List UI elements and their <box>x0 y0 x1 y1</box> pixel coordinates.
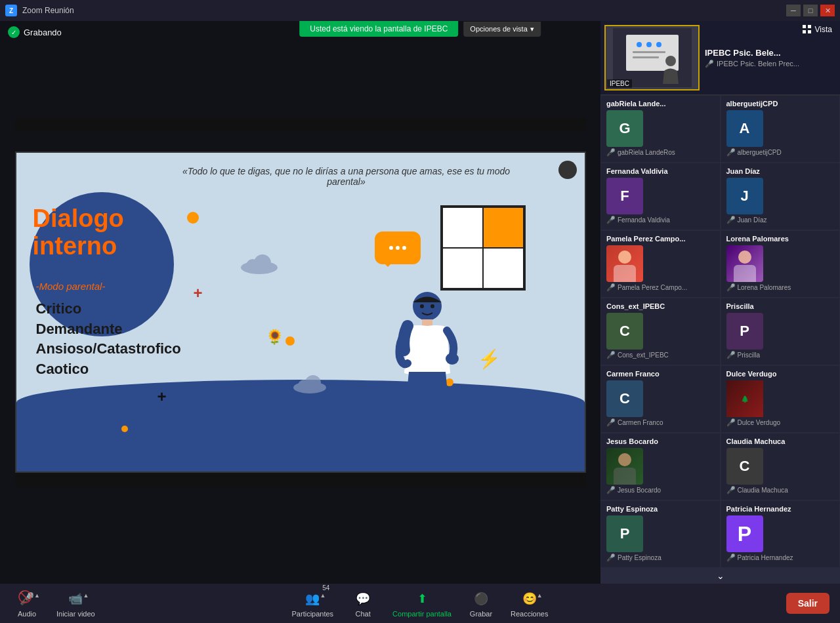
participant-name-pamela: Pamela Perez Campo... <box>606 235 715 243</box>
mic-icon: 🎤 <box>726 486 736 494</box>
chat-button[interactable]: 💬 Chat <box>346 590 379 618</box>
participant-avatar-lorena <box>726 245 763 282</box>
presenter-video: IPEBC <box>604 25 700 90</box>
speech-circle-decoration <box>558 161 577 179</box>
svg-point-4 <box>430 304 434 308</box>
close-button[interactable]: ✕ <box>820 5 835 16</box>
screen-share-notification: Usted está viendo la pantalla de IPEBC <box>299 21 458 37</box>
participant-name-juandiaz: Juan Díaz <box>726 167 835 175</box>
recording-badge: Grabando <box>8 26 62 38</box>
participant-card-patty: Patty EspinozaP🎤 Patty Espinoza <box>600 500 721 568</box>
mic-icon: 🎤 <box>726 216 736 224</box>
orange-dot-1 <box>187 212 199 224</box>
participants-count-badge: 54 <box>322 584 329 592</box>
participant-avatar-patty: P <box>606 515 643 552</box>
video-label: Iniciar video <box>56 610 95 618</box>
mic-icon: 🎤 <box>726 351 736 359</box>
participant-name-patricia: Patricia Hernandez <box>726 505 835 513</box>
participant-card-priscilla: PriscillaP🎤 Priscilla <box>721 298 841 365</box>
toolbar-right: Salir <box>786 593 830 614</box>
view-options-button[interactable]: Opciones de vista ▾ <box>463 22 540 37</box>
participant-card-claudia: Claudia MachucaC🎤 Claudia Machuca <box>721 433 841 500</box>
presenter-subname: 🎤 IPEBC Psic. Belen Prec... <box>705 60 836 68</box>
participant-card-gabriela: gabRiela Lande...G🎤 gabRiela LandeRos <box>600 95 721 163</box>
orange-dot-4 <box>121 426 128 432</box>
vista-button[interactable]: Vista <box>803 25 832 34</box>
mic-icon: 🎤 <box>726 418 736 427</box>
participant-avatar-jesus <box>606 448 643 485</box>
mic-icon: 🎤 <box>606 283 616 292</box>
mic-icon: 🎤 <box>606 351 616 359</box>
scroll-down-button[interactable]: ⌄ <box>600 568 840 584</box>
participant-name-dulce: Dulce Verdugo <box>726 370 835 378</box>
participant-avatar-gabriela: G <box>606 110 643 147</box>
svg-point-15 <box>656 42 662 47</box>
slide-list: Critico Demandante Ansioso/Catastrofico … <box>36 299 181 380</box>
mic-icon: 🎤 <box>726 283 736 292</box>
participant-avatar-patricia: P <box>726 515 763 552</box>
mic-icon: 🎤 <box>606 216 616 224</box>
salir-button[interactable]: Salir <box>786 593 830 614</box>
plus-sign-2: + <box>158 388 167 406</box>
recording-dot <box>8 26 20 38</box>
lightning-bolt: ⚡ <box>478 348 501 370</box>
slide-title: Dialogo interno <box>33 205 124 260</box>
participant-card-juandiaz: Juan DíazJ🎤 Juan Díaz <box>721 163 841 230</box>
share-screen-button[interactable]: ⬆ Compartir pantalla <box>392 590 452 618</box>
list-item-2: Demandante <box>36 319 181 340</box>
participant-name-fernanda: Fernanda Valdivia <box>606 167 715 175</box>
participant-card-jesus: Jesus Bocardo🎤 Jesus Bocardo <box>600 433 721 500</box>
record-label: Grabar <box>470 610 492 618</box>
mic-icon: 🎤 <box>606 418 616 427</box>
orange-dot-2 <box>285 336 295 346</box>
participant-avatar-priscilla: P <box>726 313 763 350</box>
participants-button[interactable]: 👥 54 ▲ Participantes <box>292 590 334 618</box>
mic-icon: 🎤 <box>726 553 736 562</box>
audio-arrow-icon: ▲ <box>34 592 40 599</box>
svg-rect-17 <box>633 56 659 58</box>
cloud-1 <box>240 251 279 277</box>
list-item-1: Critico <box>36 299 181 319</box>
video-arrow-icon: ▲ <box>83 592 89 599</box>
participant-avatar-carmen: C <box>606 380 643 417</box>
svg-point-3 <box>420 304 424 308</box>
minimize-button[interactable]: ─ <box>786 5 801 16</box>
participant-name-lorena: Lorena Palomares <box>726 235 835 243</box>
video-icon: 📹 ▲ <box>66 590 85 608</box>
mic-icon: 🎤 <box>606 148 616 157</box>
svg-point-13 <box>637 42 642 47</box>
participant-card-consext: Cons_ext_IPEBCC🎤 Cons_ext_IPEBC <box>600 298 721 365</box>
title-bar-left: Z Zoom Reunión <box>5 5 74 16</box>
svg-point-14 <box>646 42 652 47</box>
presenter-info: IPEBC Psic. Bele... 🎤 IPEBC Psic. Belen … <box>705 48 836 68</box>
mic-icon: 🎤 <box>726 148 736 157</box>
reactions-arrow-icon: ▲ <box>537 592 543 599</box>
slide-bottom-bar <box>15 473 586 487</box>
participant-name-patty: Patty Espinoza <box>606 505 715 513</box>
participant-name-jesus: Jesus Bocardo <box>606 437 715 445</box>
slide-container: «Todo lo que te digas, que no le dirías … <box>15 151 586 473</box>
app-icon: Z <box>5 5 17 16</box>
video-button[interactable]: 📹 ▲ Iniciar video <box>56 590 95 618</box>
participant-avatar-consext: C <box>606 313 643 350</box>
reactions-label: Reacciones <box>511 610 548 618</box>
participant-name-consext: Cons_ext_IPEBC <box>606 302 715 310</box>
chat-bubble-illustration <box>375 231 421 264</box>
screen-share-area: «Todo lo que te digas, que no le dirías … <box>0 21 600 584</box>
participants-arrow-icon: ▲ <box>320 592 326 599</box>
audio-button[interactable]: 🎤 🚫 ▲ Audio <box>10 590 43 618</box>
record-button[interactable]: ⚫ Grabar <box>465 590 497 618</box>
sunflower-icon: 🌻 <box>266 329 284 346</box>
bottom-toolbar: 🎤 🚫 ▲ Audio 📹 ▲ Iniciar video 👥 54 ▲ <box>0 584 840 623</box>
maximize-button[interactable]: □ <box>803 5 818 16</box>
svg-point-7 <box>254 254 271 271</box>
list-item-3: Ansioso/Catastrofico <box>36 339 181 359</box>
grid-icon <box>803 25 812 34</box>
participant-avatar-claudia: C <box>726 448 763 485</box>
title-bar: Z Zoom Reunión ─ □ ✕ <box>0 0 840 21</box>
notification-banner: Usted está viendo la pantalla de IPEBC O… <box>299 21 541 37</box>
svg-point-2 <box>446 353 459 365</box>
reactions-button[interactable]: 😊 ▲ Reacciones <box>511 590 548 618</box>
toolbar-center: 👥 54 ▲ Participantes 💬 Chat ⬆ Compartir … <box>292 590 549 618</box>
cloud-2 <box>292 372 328 396</box>
